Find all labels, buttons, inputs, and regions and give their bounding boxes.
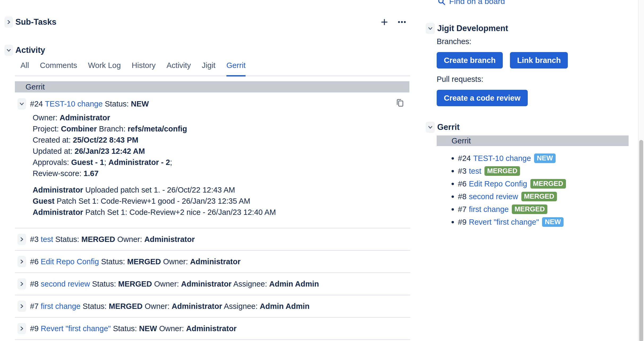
message-author: Administrator (33, 208, 83, 216)
owner-value: Administrator (60, 113, 110, 122)
gerrit-panel-header: Gerrit (15, 81, 409, 92)
tab-gerrit[interactable]: Gerrit (226, 61, 246, 75)
create-code-review-button[interactable]: Create a code review (437, 90, 528, 106)
status-badge: NEW (534, 154, 556, 163)
change-link[interactable]: test (469, 167, 481, 176)
tab-history[interactable]: History (132, 61, 156, 75)
jira-issue-page: Sub-Tasks Activity All Comments Work Log… (0, 0, 644, 341)
change-link[interactable]: TEST-10 change (473, 154, 531, 163)
owner-label: Owner: (117, 235, 142, 244)
bullet-icon (452, 157, 454, 160)
gerrit-change-row: #8 second review Status: MERGED Owner: A… (15, 272, 410, 295)
change-id: #3 (458, 167, 466, 176)
chevron-down-icon[interactable] (426, 23, 435, 34)
change-summary: #8 second review Status: MERGED Owner: A… (30, 278, 319, 289)
tab-jigit[interactable]: Jigit (202, 61, 216, 75)
change-link[interactable]: Edit Repo Config (41, 257, 99, 266)
change-link[interactable]: Revert "first change" (469, 218, 539, 227)
chevron-right-icon[interactable] (18, 278, 26, 289)
owner-value: Administrator (181, 280, 231, 288)
change-id: #3 (30, 235, 38, 244)
assignee-value: Admin Admin (269, 280, 319, 288)
approval-terminator: ; (170, 158, 172, 167)
status-value: MERGED (81, 235, 115, 244)
owner-value: Administrator (172, 302, 222, 310)
status-value: MERGED (109, 302, 143, 310)
scrollbar-thumb[interactable] (639, 140, 643, 341)
gerrit-change-expanded: #24 TEST-10 change Status: NEW Owner: Ad… (15, 98, 410, 218)
sidebar-gerrit-title: Gerrit (437, 122, 460, 132)
status-badge: MERGED (530, 179, 566, 189)
link-branch-button[interactable]: Link branch (510, 52, 568, 69)
change-link[interactable]: Edit Repo Config (469, 180, 527, 188)
review-score-line: Review-score: 1.67 (33, 168, 410, 179)
change-id: #8 (458, 192, 466, 201)
tab-work-log[interactable]: Work Log (88, 61, 121, 75)
change-summary: #7 first change Status: MERGED Owner: Ad… (30, 301, 310, 312)
bullet-icon (452, 208, 454, 211)
chevron-right-icon[interactable] (5, 16, 13, 28)
create-branch-button[interactable]: Create branch (437, 52, 503, 69)
change-link[interactable]: second review (469, 192, 518, 201)
change-summary: #9 Revert "first change" Status: NEW Own… (30, 323, 237, 334)
subtasks-title: Sub-Tasks (15, 17, 56, 27)
chevron-down-icon[interactable] (5, 45, 13, 56)
status-badge: NEW (542, 217, 564, 227)
change-id: #24 (458, 154, 471, 163)
owner-label: Owner: (154, 280, 179, 288)
chevron-right-icon[interactable] (18, 323, 26, 334)
chevron-right-icon[interactable] (18, 256, 26, 267)
gerrit-change-list: #3 test Status: MERGED Owner: Administra… (15, 228, 410, 340)
created-line: Created at: 25/Oct/22 8:43 PM (33, 134, 410, 146)
status-label: Status: (92, 280, 116, 288)
message-line: Administrator Patch Set 1: Code-Review+2… (33, 207, 410, 218)
change-id: #9 (458, 218, 466, 227)
change-link[interactable]: first change (41, 302, 80, 310)
tab-activity[interactable]: Activity (166, 61, 191, 75)
change-link[interactable]: second review (41, 280, 90, 288)
owner-value: Administrator (190, 257, 241, 266)
assignee-label: Assignee: (233, 280, 267, 288)
sidebar-gerrit-panel-header: Gerrit (437, 135, 629, 146)
message-author: Guest (33, 197, 54, 205)
bullet-icon (452, 170, 454, 172)
change-link[interactable]: TEST-10 change (45, 100, 103, 108)
owner-line: Owner: Administrator (33, 112, 410, 123)
sidebar-gerrit-header: Gerrit (426, 122, 460, 133)
more-actions-icon[interactable] (397, 20, 406, 24)
change-link[interactable]: Revert "first change" (41, 324, 111, 333)
change-link[interactable]: first change (469, 205, 509, 214)
updated-value: 26/Jan/23 12:42 AM (75, 147, 145, 155)
change-header-row: #24 TEST-10 change Status: NEW (18, 98, 410, 109)
gerrit-change-row: #6 Edit Repo Config Status: MERGED Owner… (15, 250, 410, 272)
chevron-right-icon[interactable] (18, 301, 26, 312)
add-subtask-button[interactable] (380, 18, 388, 26)
status-value: NEW (131, 100, 149, 108)
scrollbar-track[interactable] (638, 0, 644, 341)
tab-all[interactable]: All (20, 61, 29, 75)
message-line: Guest Patch Set 1: Code-Review+1 good - … (33, 195, 410, 207)
subtasks-actions (380, 18, 410, 26)
activity-tabs: All Comments Work Log History Activity J… (15, 61, 410, 76)
change-id: #6 (458, 180, 466, 188)
list-item: #24 TEST-10 change NEW (437, 152, 566, 165)
project-line: Project: Combiner Branch: refs/meta/conf… (33, 123, 410, 134)
message-text: Patch Set 1: Code-Review+2 nice - 26/Jan… (85, 208, 276, 216)
chevron-right-icon[interactable] (18, 234, 26, 245)
chevron-down-icon[interactable] (18, 98, 26, 109)
chevron-down-icon[interactable] (426, 122, 435, 133)
tab-comments[interactable]: Comments (40, 61, 77, 75)
copy-icon[interactable] (396, 98, 404, 108)
owner-label: Owner: (145, 302, 169, 310)
change-summary: #6 Edit Repo Config Status: MERGED Owner… (30, 256, 241, 267)
approvals-line: Approvals: Guest - 1; Administrator - 2; (33, 157, 410, 168)
sidebar-gerrit-list: #24 TEST-10 change NEW #3 test MERGED #6… (437, 152, 566, 228)
owner-label: Owner: (159, 324, 184, 333)
assignee-value: Admin Admin (260, 302, 310, 310)
change-id: #6 (30, 257, 38, 266)
owner-label: Owner: (33, 113, 57, 122)
change-link[interactable]: test (41, 235, 53, 244)
find-on-board-link[interactable]: Find on a board (437, 0, 505, 6)
owner-value: Administrator (186, 324, 237, 333)
change-id: #7 (30, 302, 38, 310)
